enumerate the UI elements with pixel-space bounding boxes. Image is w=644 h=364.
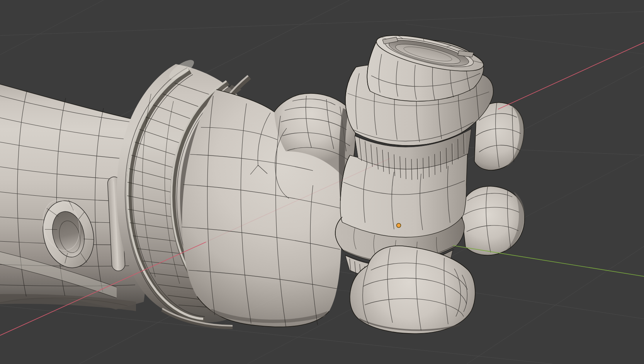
blender-3d-viewport[interactable]: Clay-shaded 3D model with wireframe over… (0, 0, 644, 364)
object-origin-dot[interactable]: Object origin marker (397, 223, 401, 228)
hand-mesh[interactable]: Gloved hand palm with thumb (182, 90, 355, 327)
viewport-canvas[interactable]: Clay-shaded 3D model with wireframe over… (0, 0, 644, 364)
